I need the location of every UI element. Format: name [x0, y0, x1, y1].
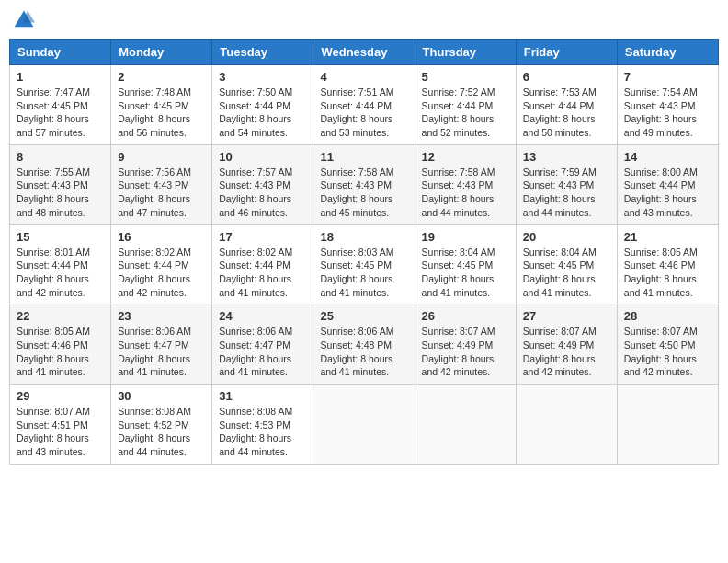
day-number: 30 — [118, 389, 205, 403]
day-number: 19 — [422, 230, 509, 244]
calendar-cell: 16 Sunrise: 8:02 AM Sunset: 4:44 PM Dayl… — [111, 224, 212, 304]
day-info: Sunrise: 7:52 AM Sunset: 4:44 PM Dayligh… — [422, 86, 509, 140]
calendar-cell: 20 Sunrise: 8:04 AM Sunset: 4:45 PM Dayl… — [516, 224, 617, 304]
calendar-cell: 21 Sunrise: 8:05 AM Sunset: 4:46 PM Dayl… — [617, 224, 718, 304]
calendar-cell — [415, 385, 516, 465]
calendar-cell: 23 Sunrise: 8:06 AM Sunset: 4:47 PM Dayl… — [111, 304, 212, 385]
day-number: 25 — [320, 309, 407, 323]
calendar-cell: 3 Sunrise: 7:50 AM Sunset: 4:44 PM Dayli… — [212, 65, 313, 145]
calendar-cell: 25 Sunrise: 8:06 AM Sunset: 4:48 PM Dayl… — [313, 304, 415, 385]
calendar-cell: 6 Sunrise: 7:53 AM Sunset: 4:44 PM Dayli… — [516, 65, 617, 145]
day-number: 7 — [624, 70, 711, 84]
calendar-table: SundayMondayTuesdayWednesdayThursdayFrid… — [9, 39, 719, 465]
day-info: Sunrise: 8:03 AM Sunset: 4:45 PM Dayligh… — [320, 246, 407, 300]
day-number: 22 — [17, 309, 104, 323]
calendar-header-sunday: Sunday — [10, 40, 111, 65]
day-info: Sunrise: 7:48 AM Sunset: 4:45 PM Dayligh… — [118, 86, 205, 140]
day-info: Sunrise: 7:58 AM Sunset: 4:43 PM Dayligh… — [422, 166, 509, 220]
day-info: Sunrise: 8:08 AM Sunset: 4:52 PM Dayligh… — [118, 405, 205, 459]
calendar-cell: 22 Sunrise: 8:05 AM Sunset: 4:46 PM Dayl… — [10, 304, 111, 385]
day-number: 14 — [624, 150, 711, 164]
day-info: Sunrise: 8:06 AM Sunset: 4:47 PM Dayligh… — [219, 325, 306, 379]
day-info: Sunrise: 8:05 AM Sunset: 4:46 PM Dayligh… — [624, 246, 711, 300]
day-number: 1 — [17, 70, 104, 84]
calendar-cell: 14 Sunrise: 8:00 AM Sunset: 4:44 PM Dayl… — [617, 144, 718, 224]
calendar-header-friday: Friday — [516, 40, 617, 65]
calendar-body: 1 Sunrise: 7:47 AM Sunset: 4:45 PM Dayli… — [10, 65, 719, 465]
day-info: Sunrise: 8:04 AM Sunset: 4:45 PM Dayligh… — [422, 246, 509, 300]
day-info: Sunrise: 8:07 AM Sunset: 4:51 PM Dayligh… — [17, 405, 104, 459]
calendar-cell: 2 Sunrise: 7:48 AM Sunset: 4:45 PM Dayli… — [111, 65, 212, 145]
day-info: Sunrise: 8:06 AM Sunset: 4:47 PM Dayligh… — [118, 325, 205, 379]
day-number: 8 — [17, 150, 104, 164]
day-info: Sunrise: 8:02 AM Sunset: 4:44 PM Dayligh… — [118, 246, 205, 300]
page-header — [9, 9, 719, 31]
calendar-cell: 9 Sunrise: 7:56 AM Sunset: 4:43 PM Dayli… — [111, 144, 212, 224]
day-number: 10 — [219, 150, 306, 164]
day-info: Sunrise: 8:08 AM Sunset: 4:53 PM Dayligh… — [219, 405, 306, 459]
day-info: Sunrise: 7:53 AM Sunset: 4:44 PM Dayligh… — [523, 86, 610, 140]
day-info: Sunrise: 7:55 AM Sunset: 4:43 PM Dayligh… — [17, 166, 104, 220]
day-number: 15 — [17, 230, 104, 244]
day-info: Sunrise: 8:06 AM Sunset: 4:48 PM Dayligh… — [320, 325, 407, 379]
calendar-cell: 4 Sunrise: 7:51 AM Sunset: 4:44 PM Dayli… — [313, 65, 415, 145]
calendar-header-thursday: Thursday — [415, 40, 516, 65]
calendar-header-saturday: Saturday — [617, 40, 718, 65]
day-number: 13 — [523, 150, 610, 164]
day-info: Sunrise: 7:47 AM Sunset: 4:45 PM Dayligh… — [17, 86, 104, 140]
calendar-week-row: 1 Sunrise: 7:47 AM Sunset: 4:45 PM Dayli… — [10, 65, 719, 145]
calendar-cell: 11 Sunrise: 7:58 AM Sunset: 4:43 PM Dayl… — [313, 144, 415, 224]
day-number: 3 — [219, 70, 306, 84]
calendar-cell: 19 Sunrise: 8:04 AM Sunset: 4:45 PM Dayl… — [415, 224, 516, 304]
day-number: 18 — [320, 230, 407, 244]
day-number: 28 — [624, 309, 711, 323]
day-info: Sunrise: 8:07 AM Sunset: 4:50 PM Dayligh… — [624, 325, 711, 379]
calendar-cell: 13 Sunrise: 7:59 AM Sunset: 4:43 PM Dayl… — [516, 144, 617, 224]
logo — [13, 9, 39, 31]
day-number: 21 — [624, 230, 711, 244]
calendar-cell: 10 Sunrise: 7:57 AM Sunset: 4:43 PM Dayl… — [212, 144, 313, 224]
calendar-header-tuesday: Tuesday — [212, 40, 313, 65]
day-number: 23 — [118, 309, 205, 323]
day-info: Sunrise: 8:05 AM Sunset: 4:46 PM Dayligh… — [17, 325, 104, 379]
calendar-cell: 28 Sunrise: 8:07 AM Sunset: 4:50 PM Dayl… — [617, 304, 718, 385]
day-info: Sunrise: 8:07 AM Sunset: 4:49 PM Dayligh… — [422, 325, 509, 379]
day-info: Sunrise: 7:59 AM Sunset: 4:43 PM Dayligh… — [523, 166, 610, 220]
day-number: 2 — [118, 70, 205, 84]
day-number: 26 — [422, 309, 509, 323]
calendar-cell: 18 Sunrise: 8:03 AM Sunset: 4:45 PM Dayl… — [313, 224, 415, 304]
day-number: 9 — [118, 150, 205, 164]
calendar-week-row: 15 Sunrise: 8:01 AM Sunset: 4:44 PM Dayl… — [10, 224, 719, 304]
calendar-cell: 5 Sunrise: 7:52 AM Sunset: 4:44 PM Dayli… — [415, 65, 516, 145]
calendar-header-wednesday: Wednesday — [313, 40, 415, 65]
day-number: 24 — [219, 309, 306, 323]
logo-icon — [13, 9, 35, 31]
day-number: 6 — [523, 70, 610, 84]
calendar-cell: 26 Sunrise: 8:07 AM Sunset: 4:49 PM Dayl… — [415, 304, 516, 385]
day-number: 5 — [422, 70, 509, 84]
calendar-cell: 30 Sunrise: 8:08 AM Sunset: 4:52 PM Dayl… — [111, 385, 212, 465]
day-number: 11 — [320, 150, 407, 164]
calendar-cell: 27 Sunrise: 8:07 AM Sunset: 4:49 PM Dayl… — [516, 304, 617, 385]
calendar-cell: 1 Sunrise: 7:47 AM Sunset: 4:45 PM Dayli… — [10, 65, 111, 145]
calendar-cell: 31 Sunrise: 8:08 AM Sunset: 4:53 PM Dayl… — [212, 385, 313, 465]
calendar-header-row: SundayMondayTuesdayWednesdayThursdayFrid… — [10, 40, 719, 65]
day-info: Sunrise: 7:58 AM Sunset: 4:43 PM Dayligh… — [320, 166, 407, 220]
day-number: 16 — [118, 230, 205, 244]
day-info: Sunrise: 7:51 AM Sunset: 4:44 PM Dayligh… — [320, 86, 407, 140]
day-number: 12 — [422, 150, 509, 164]
day-number: 17 — [219, 230, 306, 244]
calendar-week-row: 22 Sunrise: 8:05 AM Sunset: 4:46 PM Dayl… — [10, 304, 719, 385]
day-info: Sunrise: 7:54 AM Sunset: 4:43 PM Dayligh… — [624, 86, 711, 140]
day-info: Sunrise: 7:56 AM Sunset: 4:43 PM Dayligh… — [118, 166, 205, 220]
calendar-cell — [617, 385, 718, 465]
day-number: 31 — [219, 389, 306, 403]
calendar-cell: 7 Sunrise: 7:54 AM Sunset: 4:43 PM Dayli… — [617, 65, 718, 145]
day-info: Sunrise: 8:02 AM Sunset: 4:44 PM Dayligh… — [219, 246, 306, 300]
day-number: 20 — [523, 230, 610, 244]
day-number: 29 — [17, 389, 104, 403]
day-info: Sunrise: 8:04 AM Sunset: 4:45 PM Dayligh… — [523, 246, 610, 300]
day-info: Sunrise: 7:57 AM Sunset: 4:43 PM Dayligh… — [219, 166, 306, 220]
calendar-cell: 17 Sunrise: 8:02 AM Sunset: 4:44 PM Dayl… — [212, 224, 313, 304]
calendar-cell: 12 Sunrise: 7:58 AM Sunset: 4:43 PM Dayl… — [415, 144, 516, 224]
